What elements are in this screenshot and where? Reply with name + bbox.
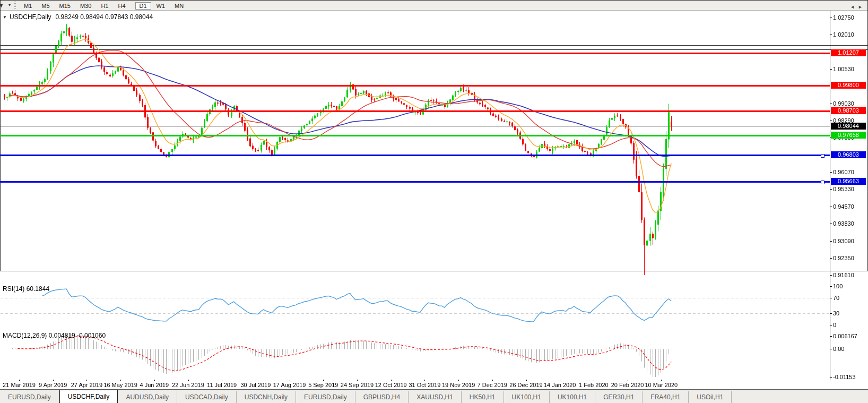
rsi-tick-label: 100 [833,283,843,289]
price-line-tag-0.95663: 0.95663 [831,178,866,185]
rsi-label: RSI(14) 60.1844 [3,285,49,293]
rsi-tick-label: 30 [833,310,839,316]
date-label: 22 Jun 2019 [172,382,204,388]
tab-audusd-daily-2[interactable]: AUDUSD,Daily [118,391,177,403]
price-tick-label: 0.91610 [833,272,854,278]
tab-uk100-h1-9[interactable]: UK100,H1 [504,391,550,403]
tab-scroll-left-icon[interactable]: ◄ [850,4,858,10]
price-tick-label: 1.00530 [833,66,854,72]
tab-ger30-h1-11[interactable]: GER30,H1 [595,391,643,403]
date-label: 10 Mar 2020 [645,382,678,388]
date-label: 16 May 2019 [103,382,137,388]
date-label: 30 Jul 2019 [240,382,271,388]
tab-scroll-arrows[interactable]: ◄► [850,4,866,10]
date-label: 14 Jan 2020 [544,382,576,388]
date-label: 20 Feb 2020 [611,382,644,388]
price-tick-label: 0.96070 [833,169,854,175]
tab-hk50-h1-8[interactable]: HK50,H1 [462,391,504,403]
current-price-tag: 0.98044 [831,123,866,130]
date-label: 26 Dec 2019 [509,382,542,388]
price-tick-label: 0.99030 [833,100,854,107]
macd-tick-label: -0.01153 [833,374,856,380]
chart-symbol-label: USDCHF,Daily [10,13,51,21]
tab-usdcad-daily-3[interactable]: USDCAD,Daily [177,391,237,403]
hline-0.99800[interactable] [0,85,830,87]
tab-uk100-h1-10[interactable]: UK100,H1 [550,391,595,403]
date-label: 7 Dec 2019 [478,382,507,388]
chart-tabs: EURUSD,DailyUSDCHF,DailyAUDUSD,DailyUSDC… [0,390,732,403]
date-label: 12 Oct 2019 [375,382,407,388]
tab-usoil-h1-13[interactable]: USOil,H1 [689,391,732,403]
tab-eurusd-daily-5[interactable]: EURUSD,Daily [296,391,355,403]
macd-label: MACD(12,26,9) 0.004819 -0.001060 [3,332,106,339]
chart-ohlc-values: 0.98249 0.98494 0.97843 0.98044 [56,13,153,21]
tab-usdchf-daily-1[interactable]: USDCHF,Daily [59,390,118,403]
price-line-tag-0.96803: 0.96803 [831,151,866,158]
chart-canvas[interactable] [0,0,868,403]
trading-terminal-window: ➤ ▾ M1M5M15M30H1H4D1W1MN ▼ USDCHF,Daily … [0,0,868,403]
date-label: 27 Apr 2019 [71,382,102,388]
date-label: 11 Jul 2019 [207,382,237,388]
tab-eurusd-daily-0[interactable]: EURUSD,Daily [0,391,59,403]
price-tick-label: 1.02750 [833,14,854,21]
price-line-tag-1.01207: 1.01207 [831,49,866,56]
hline-0.95663[interactable] [0,181,830,183]
date-label: 5 Sep 2019 [308,382,338,388]
price-line-tag-0.99800: 0.99800 [831,82,866,89]
collapse-chart-icon[interactable]: ▼ [3,15,7,20]
price-tick-label: 0.93830 [833,220,854,227]
date-label: 9 Apr 2019 [39,382,67,388]
hline-0.97658[interactable] [0,135,830,136]
hline-0.96803[interactable] [0,155,830,156]
hline-1.01207[interactable] [0,53,830,54]
date-label: 17 Aug 2019 [273,382,306,388]
tab-fra40-h1-12[interactable]: FRA40,H1 [643,391,689,403]
date-label: 24 Sep 2019 [341,382,374,388]
date-label: 31 Oct 2019 [409,382,440,388]
price-tick-label: 1.02010 [833,31,854,38]
tab-xauusd-h1-7[interactable]: XAUUSD,H1 [409,391,462,403]
tab-scroll-right-icon[interactable]: ► [858,4,866,10]
price-tick-label: 0.92350 [833,255,854,261]
date-label: 21 Mar 2019 [3,382,36,388]
date-label: 1 Feb 2020 [579,382,609,388]
price-line-tag-0.97658: 0.97658 [831,132,866,139]
price-tick-label: 0.95330 [833,186,854,192]
hline-0.98703[interactable] [0,110,830,112]
rsi-tick-label: 0 [833,322,836,328]
tab-gbpusd-h4-6[interactable]: GBPUSD,H4 [355,391,409,403]
price-line-tag-0.98703: 0.98703 [831,107,866,114]
macd-tick-label: 0.00 [833,346,844,352]
hline-handle[interactable] [821,154,824,158]
price-tick-label: 0.93090 [833,238,854,244]
tab-usdcnh-daily-4[interactable]: USDCNH,Daily [237,391,296,403]
chart-tab-bar: EURUSD,DailyUSDCHF,DailyAUDUSD,DailyUSDC… [0,389,868,403]
date-label: 4 Jun 2019 [140,382,169,388]
macd-tick-label: 0.006167 [833,333,857,339]
rsi-tick-label: 70 [833,295,839,301]
chart-title: ▼ USDCHF,Daily 0.98249 0.98494 0.97843 0… [3,13,153,21]
price-tick-label: 0.94570 [833,203,854,210]
date-label: 19 Nov 2019 [442,382,475,388]
hline-handle[interactable] [821,181,824,184]
